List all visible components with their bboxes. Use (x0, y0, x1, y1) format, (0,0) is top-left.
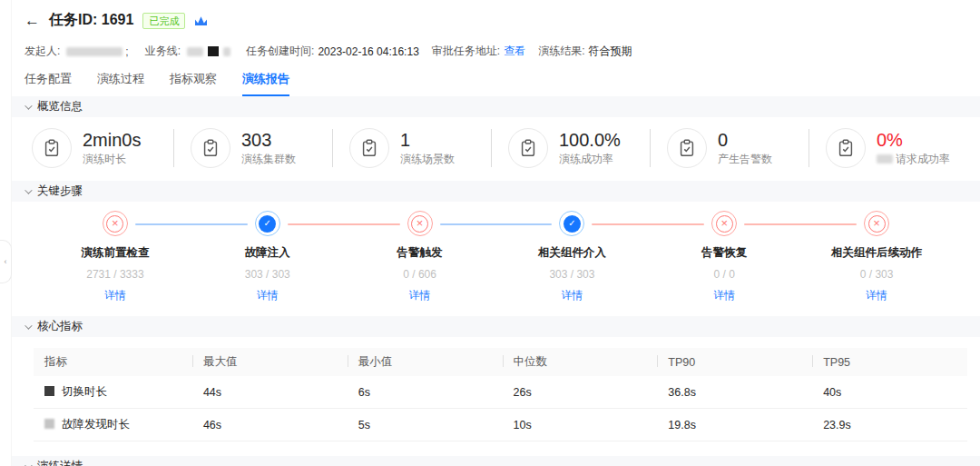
step-name: 演练前置检查 (39, 245, 191, 261)
stat-drill-duration: 2min0s演练时长 (32, 128, 173, 168)
stat-value: 303 (241, 130, 296, 150)
brand-icon[interactable] (194, 15, 208, 26)
tab-drill-process[interactable]: 演练过程 (97, 71, 144, 96)
step-name: 告警恢复 (648, 245, 800, 261)
stat-alert-count: 0产生告警数 (667, 128, 808, 168)
step-count: 303 / 303 (495, 268, 648, 281)
stat-label: 演练成功率 (559, 152, 621, 167)
step-detail-link[interactable]: 详情 (800, 288, 953, 303)
divider (173, 129, 174, 167)
metric-value: 23.9s (812, 409, 967, 441)
section-header-key-steps[interactable]: 关键步骤 (12, 181, 980, 202)
col-metric: 指标 (34, 348, 192, 376)
label-prefix-redacted (877, 154, 893, 164)
metric-value: 36.8s (657, 376, 812, 409)
chevron-down-icon (24, 186, 32, 193)
metric-name-cell: 故障发现时长 (34, 409, 192, 441)
step-count: 0 / 606 (344, 268, 496, 281)
result-field: 演练结果: 符合预期 (538, 44, 632, 59)
section-title: 关键步骤 (37, 183, 83, 199)
metric-value: 40s (812, 376, 967, 409)
section-header-core-metrics[interactable]: 核心指标 (12, 316, 980, 337)
divider (491, 129, 492, 167)
key-steps-row: 演练前置检查 2731 / 3333 详情 故障注入 303 / 303 详情 … (12, 202, 980, 316)
metric-value: 19.8s (657, 409, 812, 441)
initiator-value-redacted (66, 47, 122, 56)
clipboard-check-icon (191, 128, 230, 168)
stat-label: 演练时长 (83, 152, 141, 167)
step-pass-icon (255, 211, 280, 236)
created-value: 2023-02-16 04:16:13 (318, 45, 418, 58)
result-label: 演练结果: (538, 44, 584, 59)
clipboard-check-icon (667, 128, 707, 168)
step-component-followup: 相关组件后续动作 0 / 303 详情 (800, 211, 953, 303)
step-connector (592, 223, 704, 225)
stat-label: 产生告警数 (718, 152, 772, 167)
tab-task-config[interactable]: 任务配置 (24, 71, 72, 96)
table-row: 故障发现时长 46s 5s 10s 19.8s 23.9s (34, 409, 967, 441)
step-detail-link[interactable]: 详情 (344, 288, 496, 303)
step-fail-icon (103, 211, 128, 236)
metric-logo-redacted (44, 386, 54, 396)
created-label: 任务创建时间: (246, 44, 314, 59)
stat-value: 0 (718, 130, 772, 150)
approval-view-link[interactable]: 查看 (504, 44, 525, 59)
back-icon[interactable]: ← (24, 13, 40, 28)
metric-value: 10s (503, 409, 658, 441)
step-fail-icon (711, 211, 737, 236)
step-fail-icon (864, 211, 889, 236)
separator: ; (125, 45, 128, 58)
col-tp90: TP90 (657, 348, 812, 376)
step-connector (744, 223, 857, 225)
section-title: 概览信息 (37, 99, 83, 114)
metric-value: 44s (192, 376, 348, 409)
section-header-overview[interactable]: 概览信息 (12, 96, 980, 117)
step-detail-link[interactable]: 详情 (39, 288, 191, 303)
stat-label: 演练集群数 (241, 152, 296, 167)
tab-metric-watch[interactable]: 指标观察 (170, 71, 217, 96)
step-connector (135, 223, 248, 225)
stat-scene-count: 1演练场景数 (349, 128, 491, 168)
busline-label: 业务线: (145, 44, 181, 59)
chevron-down-icon (24, 322, 32, 329)
busline-field: 业务线: (145, 44, 233, 59)
main-content: ← 任务ID: 1691 已完成 发起人: ; 业务线: 任务创建时间: 202… (11, 0, 980, 466)
chevron-down-icon (24, 102, 32, 109)
busline-logo-redacted (208, 46, 219, 56)
divider (332, 129, 333, 167)
col-max: 最大值 (192, 348, 348, 376)
step-count: 2731 / 3333 (39, 268, 191, 281)
step-fail-icon (407, 211, 433, 236)
section-header-drill-details[interactable]: 演练详情 (12, 456, 980, 466)
overview-stats: 2min0s演练时长 303演练集群数 1演练场景数 100.0%演练成功率 (12, 117, 980, 181)
approval-label: 审批任务地址: (432, 44, 500, 59)
sidebar-collapse-handle[interactable]: ‹ (0, 240, 12, 283)
step-detail-link[interactable]: 详情 (648, 288, 800, 303)
step-detail-link[interactable]: 详情 (495, 288, 648, 303)
approval-field: 审批任务地址: 查看 (432, 44, 525, 59)
step-name: 告警触发 (344, 245, 496, 261)
step-pass-icon (559, 211, 584, 236)
step-name: 相关组件介入 (495, 245, 648, 261)
stat-value: 100.0% (559, 130, 621, 150)
col-median: 中位数 (503, 348, 658, 376)
metric-logo-redacted (44, 419, 54, 429)
step-name: 故障注入 (191, 245, 344, 261)
clipboard-check-icon (32, 128, 72, 168)
tab-drill-report[interactable]: 演练报告 (242, 71, 289, 96)
stat-label: 请求成功率 (877, 152, 950, 167)
page-title: 任务ID: 1691 (49, 11, 133, 30)
metric-value: 46s (192, 409, 348, 441)
initiator-field: 发起人: ; (24, 44, 132, 59)
clipboard-check-icon (826, 128, 866, 168)
stat-value: 2min0s (83, 130, 141, 150)
stat-request-success-rate: 0% 请求成功率 (826, 128, 967, 168)
stat-label: 演练场景数 (400, 152, 455, 167)
divider (650, 129, 651, 167)
tab-bar: 任务配置 演练过程 指标观察 演练报告 (12, 71, 980, 96)
step-detail-link[interactable]: 详情 (191, 288, 344, 303)
core-metrics-table: 指标 最大值 最小值 中位数 TP90 TP95 切换时长 44s 6s 26s… (34, 348, 967, 441)
step-count: 303 / 303 (191, 268, 344, 281)
table-header-row: 指标 最大值 最小值 中位数 TP90 TP95 (34, 348, 967, 376)
status-badge: 已完成 (142, 13, 185, 29)
